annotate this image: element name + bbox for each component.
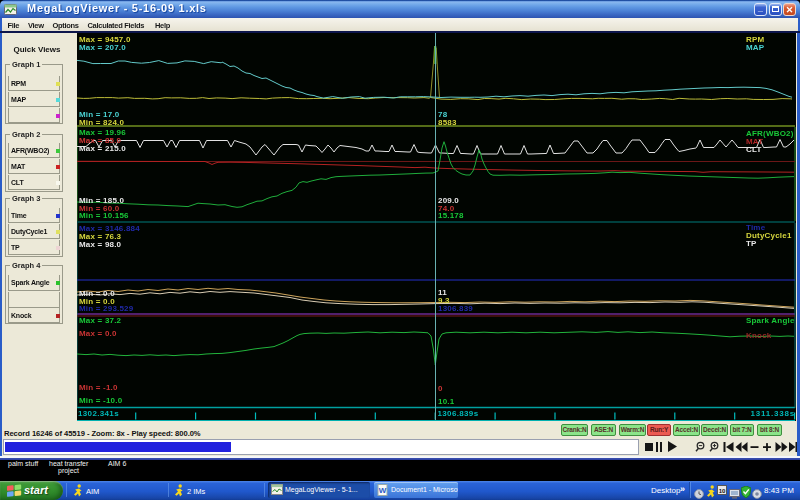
svg-text:W: W	[379, 486, 387, 495]
